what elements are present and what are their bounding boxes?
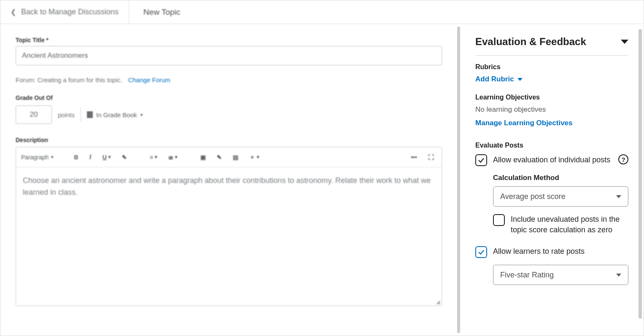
chevron-down-icon: ▾: [140, 112, 143, 118]
scrollbar[interactable]: [639, 29, 642, 319]
allow-eval-checkbox[interactable]: [475, 154, 487, 166]
grade-input[interactable]: [16, 105, 52, 124]
change-forum-link[interactable]: Change Forum: [128, 76, 170, 83]
add-rubric-button[interactable]: Add Rubric: [475, 75, 523, 83]
gradebook-label: In Grade Book: [96, 111, 137, 118]
align-button[interactable]: ≡ ▾: [147, 152, 160, 162]
topic-title-input[interactable]: [16, 46, 442, 65]
rich-text-editor: Paragraph ▾ B I U ▾ ✎ ≡ ▾ ≣ ▾: [16, 147, 442, 306]
page-title: New Topic: [129, 8, 194, 17]
rubrics-label: Rubrics: [475, 63, 628, 71]
more-button[interactable]: •••: [408, 152, 420, 162]
rating-select[interactable]: Five-star Rating: [493, 265, 628, 285]
link-button[interactable]: ✎: [214, 152, 224, 162]
list-button[interactable]: ≣ ▾: [166, 152, 180, 162]
chevron-down-icon: [517, 78, 523, 81]
include-uneval-label: Include unevaluated posts in the topic s…: [511, 214, 628, 235]
allow-rate-checkbox[interactable]: [475, 246, 487, 258]
add-rubric-label: Add Rubric: [475, 75, 514, 83]
resize-handle-icon[interactable]: ◢: [16, 298, 442, 306]
grade-label: Grade Out Of: [16, 94, 442, 101]
back-link[interactable]: ❮ Back to Manage Discussions: [0, 0, 129, 24]
bold-button[interactable]: B: [71, 152, 81, 162]
forum-text: Forum: Creating a forum for this topic.: [16, 76, 122, 83]
evaluate-posts-label: Evaluate Posts: [475, 142, 628, 149]
top-bar: ❮ Back to Manage Discussions New Topic: [0, 0, 644, 24]
editor-body[interactable]: Choose an ancient astronomer and write a…: [16, 167, 442, 298]
calc-method-label: Calculation Method: [493, 174, 628, 182]
image-button[interactable]: ▤: [230, 152, 241, 162]
fullscreen-button[interactable]: ⛶: [426, 152, 437, 162]
rating-value: Five-star Rating: [500, 271, 554, 280]
include-uneval-checkbox[interactable]: [493, 214, 505, 226]
objectives-label: Learning Objectives: [475, 94, 628, 101]
editor-toolbar: Paragraph ▾ B I U ▾ ✎ ≡ ▾ ≣ ▾: [16, 147, 442, 167]
divider-icon: [81, 108, 81, 122]
chevron-left-icon: ❮: [11, 8, 16, 16]
description-label: Description: [16, 137, 442, 143]
right-panel: Evaluation & Feedback Rubrics Add Rubric…: [460, 24, 644, 336]
manage-objectives-link[interactable]: Manage Learning Objectives: [475, 119, 573, 127]
panel-title: Evaluation & Feedback: [475, 36, 586, 48]
back-label: Back to Manage Discussions: [21, 8, 119, 16]
forum-line: Forum: Creating a forum for this topic. …: [16, 76, 442, 83]
gradebook-dropdown[interactable]: In Grade Book ▾: [87, 111, 143, 118]
insert-button-1[interactable]: ▣: [198, 152, 208, 162]
italic-button[interactable]: I: [87, 152, 94, 162]
calc-method-select[interactable]: Average post score: [493, 186, 628, 207]
column-divider[interactable]: [457, 27, 460, 333]
check-icon: [477, 156, 485, 164]
help-icon[interactable]: ?: [618, 154, 628, 164]
caret-down-icon: [621, 40, 628, 44]
clear-format-button[interactable]: ✎: [119, 152, 129, 162]
no-objectives-text: No learning objectives: [475, 105, 628, 114]
topic-title-label: Topic Title *: [16, 37, 442, 43]
more-insert-button[interactable]: ＋ ▾: [247, 152, 262, 163]
calc-method-value: Average post score: [500, 192, 566, 201]
allow-eval-label: Allow evaluation of individual posts: [493, 155, 610, 165]
paragraph-selector[interactable]: Paragraph ▾: [21, 154, 54, 161]
underline-button[interactable]: U ▾: [100, 152, 113, 162]
check-icon: [477, 248, 485, 256]
chevron-down-icon: [616, 195, 621, 198]
chevron-down-icon: [616, 274, 621, 277]
allow-rate-label: Allow learners to rate posts: [493, 246, 585, 257]
chevron-down-icon: ▾: [51, 154, 54, 160]
manage-objectives-label: Manage Learning Objectives: [475, 119, 573, 127]
left-column: Topic Title * Forum: Creating a forum fo…: [0, 24, 457, 336]
gradebook-icon: [87, 111, 93, 118]
panel-header[interactable]: Evaluation & Feedback: [475, 36, 628, 56]
points-label: points: [58, 111, 75, 118]
